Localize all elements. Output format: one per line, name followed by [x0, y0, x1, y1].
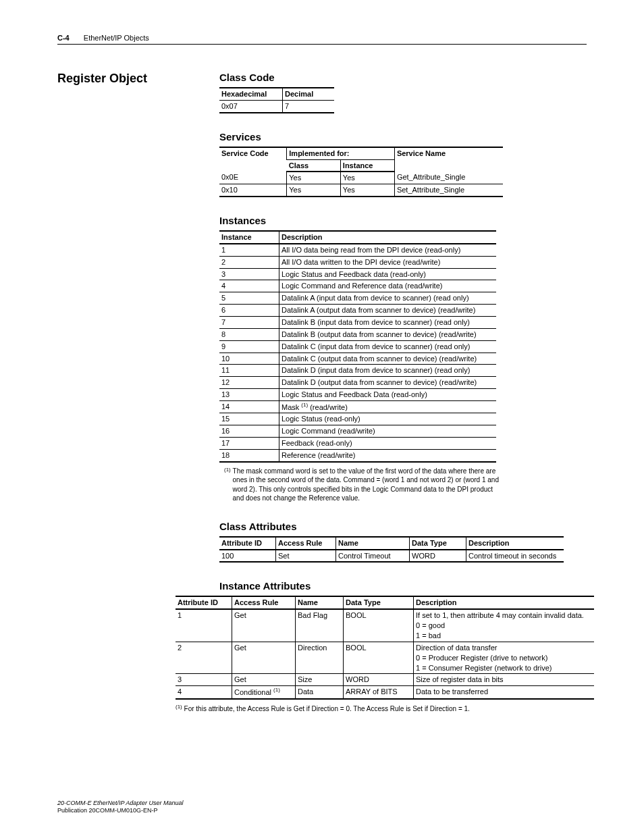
table-row: 14Mask (1) (read/write) [219, 400, 496, 413]
table-cell: Logic Status and Feedback Data (read-onl… [279, 389, 497, 401]
table-cell: Datalink C (output data from scanner to … [279, 353, 497, 365]
table-cell: 9 [219, 340, 279, 353]
table-row: 1GetBad FlagBOOLIf set to 1, then attrib… [176, 609, 594, 642]
table-cell: Reference (read/write) [279, 449, 497, 461]
table-row: 18Reference (read/write) [219, 449, 496, 461]
class-attrs-table: Attribute ID Access Rule Name Data Type … [219, 536, 564, 563]
th-desc: Description [466, 537, 564, 550]
th-instance: Instance [219, 231, 279, 244]
table-cell: Feedback (read-only) [279, 438, 497, 450]
table-cell: Get [232, 674, 296, 686]
table-cell: Datalink A (output data from scanner to … [279, 305, 497, 317]
table-cell: Set_Attribute_Single [394, 184, 503, 197]
footnote-mark: (1) [176, 704, 182, 710]
chapter-title: EtherNet/IP Objects [84, 34, 149, 42]
th-type: Data Type [410, 537, 466, 550]
table-cell: Direction [296, 642, 344, 674]
section-title: Register Object [57, 72, 219, 86]
instances-table: Instance Description 1All I/O data being… [219, 230, 496, 463]
th-service-name: Service Name [394, 147, 503, 172]
table-cell: Datalink D (output data from scanner to … [279, 377, 497, 389]
footnote-mark: (1) [224, 467, 231, 473]
table-cell: All I/O data being read from the DPI dev… [279, 244, 497, 256]
th-desc: Description [414, 596, 595, 609]
th-instance: Instance [340, 159, 394, 172]
table-cell: Size [296, 674, 344, 686]
th-name: Name [336, 537, 410, 550]
table-row: 7Datalink B (input data from device to s… [219, 316, 496, 328]
table-cell: 15 [219, 413, 279, 425]
table-cell: Control Timeout [336, 550, 410, 563]
class-attrs-heading: Class Attributes [219, 521, 587, 532]
table-cell: 17 [219, 438, 279, 450]
table-cell: Data to be transferred [414, 686, 595, 699]
table-cell: BOOL [344, 642, 414, 674]
table-cell: 8 [219, 328, 279, 340]
table-cell: Logic Command (read/write) [279, 425, 497, 438]
table-row: 11Datalink D (input data from device to … [219, 365, 496, 377]
footnote-text: For this attribute, the Access Rule is G… [184, 705, 470, 712]
table-cell: Datalink B (output data from scanner to … [279, 328, 497, 340]
table-row: 0x0EYesYesGet_Attribute_Single [219, 172, 503, 184]
table-row: 17Feedback (read-only) [219, 438, 496, 450]
th-type: Data Type [344, 596, 414, 609]
table-cell: BOOL [344, 609, 414, 642]
table-cell: Control timeout in seconds [466, 550, 564, 563]
table-row: 12Datalink D (output data from scanner t… [219, 377, 496, 389]
footnote-text: The mask command word is set to the valu… [233, 467, 500, 503]
table-cell: Datalink B (input data from device to sc… [279, 316, 497, 328]
table-cell: 3 [219, 268, 279, 280]
table-cell: Get [232, 642, 296, 674]
table-cell: 100 [219, 550, 276, 563]
table-cell: Yes [340, 172, 394, 184]
table-cell: Set [276, 550, 336, 563]
table-cell: All I/O data written to the DPI device (… [279, 256, 497, 268]
class-code-heading: Class Code [219, 72, 587, 83]
td-dec: 7 [283, 100, 335, 112]
table-cell: 3 [176, 674, 232, 686]
services-heading: Services [219, 131, 587, 142]
th-access: Access Rule [276, 537, 336, 550]
table-row: 2GetDirectionBOOLDirection of data trans… [176, 642, 594, 674]
table-row: 3GetSizeWORDSize of register data in bit… [176, 674, 594, 686]
inst-attrs-heading: Instance Attributes [219, 580, 587, 592]
table-cell: 11 [219, 365, 279, 377]
table-cell: 18 [219, 449, 279, 461]
table-cell: Logic Status and Feedback data (read-onl… [279, 268, 497, 280]
page-header: C-4 EtherNet/IP Objects [57, 34, 587, 45]
table-cell: 4 [219, 280, 279, 292]
th-name: Name [296, 596, 344, 609]
table-row: 5Datalink A (input data from device to s… [219, 292, 496, 305]
table-row: 8Datalink B (output data from scanner to… [219, 328, 496, 340]
table-row: 3Logic Status and Feedback data (read-on… [219, 268, 496, 280]
table-cell: Bad Flag [296, 609, 344, 642]
table-cell: Yes [340, 184, 394, 197]
table-cell: Size of register data in bits [414, 674, 595, 686]
th-service-code: Service Code [219, 147, 287, 172]
table-cell: Direction of data transfer0 = Producer R… [414, 642, 595, 674]
class-code-table: Hexadecimal Decimal 0x07 7 [219, 87, 334, 113]
td-hex: 0x07 [219, 100, 283, 112]
table-row: 4Conditional (1)DataARRAY of BITSData to… [176, 686, 594, 699]
table-cell: WORD [344, 674, 414, 686]
table-cell: Datalink C (input data from device to sc… [279, 340, 497, 353]
table-cell: 7 [219, 316, 279, 328]
table-cell: Mask (1) (read/write) [279, 400, 497, 413]
inst-attrs-table: Attribute ID Access Rule Name Data Type … [176, 596, 594, 699]
table-cell: If set to 1, then attribute 4 may contai… [414, 609, 595, 642]
th-class: Class [287, 159, 341, 172]
table-cell: 14 [219, 400, 279, 413]
table-cell: Get [232, 609, 296, 642]
page-number: C-4 [57, 34, 70, 42]
table-row: 15Logic Status (read-only) [219, 413, 496, 425]
table-row: 2All I/O data written to the DPI device … [219, 256, 496, 268]
table-cell: Data [296, 686, 344, 699]
table-cell: 10 [219, 353, 279, 365]
table-cell: ARRAY of BITS [344, 686, 414, 699]
table-cell: 12 [219, 377, 279, 389]
table-cell: 13 [219, 389, 279, 401]
table-row: 10Datalink C (output data from scanner t… [219, 353, 496, 365]
table-cell: 1 [219, 244, 279, 256]
table-row: 16Logic Command (read/write) [219, 425, 496, 438]
table-row: 100SetControl TimeoutWORDControl timeout… [219, 550, 564, 563]
